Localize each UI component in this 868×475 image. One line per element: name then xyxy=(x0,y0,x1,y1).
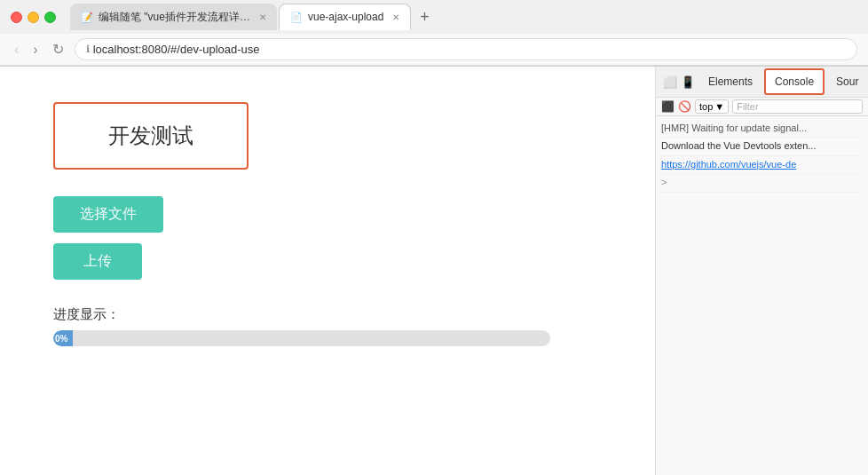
execution-context-dropdown[interactable]: top ▼ xyxy=(695,99,729,114)
devtools-panel: ⬜ 📱 Elements Console Sour ⬛ 🚫 top ▼ Filt… xyxy=(655,67,868,475)
title-bar: 📝 编辑随笔 "vue插件开发流程详… ✕ 📄 vue-ajax-upload … xyxy=(0,0,868,34)
fullscreen-button[interactable] xyxy=(44,12,56,23)
console-arrow-icon[interactable]: > xyxy=(661,177,667,187)
address-bar: ‹ › ↻ ℹ localhost:8080/#/dev-upload-use xyxy=(0,34,868,66)
devtools-toolbar: ⬛ 🚫 top ▼ Filter xyxy=(656,98,868,116)
reload-button[interactable]: ↻ xyxy=(49,39,67,59)
dropdown-arrow-icon: ▼ xyxy=(714,101,724,112)
lock-icon: ℹ xyxy=(86,44,90,55)
select-file-button[interactable]: 选择文件 xyxy=(53,196,163,233)
tab-elements-label: Elements xyxy=(708,75,753,88)
devtools-console: [HMR] Waiting for update signal... Downl… xyxy=(656,116,868,475)
tab-label-upload: vue-ajax-upload xyxy=(308,11,383,23)
upload-button[interactable]: 上传 xyxy=(53,243,142,280)
devtools-tabs: ⬜ 📱 Elements Console Sour xyxy=(656,67,868,98)
progress-label: 进度显示： xyxy=(53,306,602,323)
tab-console-label: Console xyxy=(775,75,814,88)
console-filter-input[interactable]: Filter xyxy=(732,99,863,114)
webpage-content: 开发测试 选择文件 上传 进度显示： 0% xyxy=(0,67,655,475)
tabs-area: 📝 编辑随笔 "vue插件开发流程详… ✕ 📄 vue-ajax-upload … xyxy=(70,4,857,30)
tab-console[interactable]: Console xyxy=(764,68,825,95)
address-url: localhost:8080/#/dev-upload-use xyxy=(93,43,260,56)
devtools-inspect-icon[interactable]: ⬜ xyxy=(663,75,677,89)
progress-section: 进度显示： 0% xyxy=(53,306,602,346)
filter-placeholder: Filter xyxy=(737,101,758,112)
tab-elements[interactable]: Elements xyxy=(698,69,762,94)
devtools-device-icon[interactable]: 📱 xyxy=(681,75,695,89)
dev-test-label: 开发测试 xyxy=(108,123,193,147)
console-line-link: https://github.com/vuejs/vue-de xyxy=(661,156,863,174)
tab-sources-label: Sour xyxy=(836,75,858,88)
dev-test-box: 开发测试 xyxy=(53,102,249,170)
dropdown-label: top xyxy=(699,101,713,112)
console-line-arrow: > xyxy=(661,174,863,192)
back-button[interactable]: ‹ xyxy=(11,40,22,59)
tab-close-upload[interactable]: ✕ xyxy=(392,12,399,22)
new-tab-button[interactable]: + xyxy=(413,4,437,30)
console-hmr-text: [HMR] Waiting for update signal... xyxy=(661,123,807,133)
devtools-tab-icons: ⬜ 📱 xyxy=(659,72,698,92)
tab-sources-partial[interactable]: Sour xyxy=(826,69,868,94)
browser-chrome: 📝 编辑随笔 "vue插件开发流程详… ✕ 📄 vue-ajax-upload … xyxy=(0,0,868,67)
console-block-icon[interactable]: 🚫 xyxy=(678,100,691,113)
tab-label-editor: 编辑随笔 "vue插件开发流程详… xyxy=(99,10,250,25)
tab-favicon-upload: 📄 xyxy=(290,12,303,23)
console-line-devtools: Download the Vue Devtools exten... xyxy=(661,138,863,155)
progress-bar-fill: 0% xyxy=(53,330,73,346)
tab-editor[interactable]: 📝 编辑随笔 "vue插件开发流程详… ✕ xyxy=(70,4,277,30)
tab-close-editor[interactable]: ✕ xyxy=(259,12,266,22)
progress-bar-container: 0% xyxy=(53,330,550,346)
forward-button[interactable]: › xyxy=(29,40,41,59)
console-line-hmr: [HMR] Waiting for update signal... xyxy=(661,120,863,138)
console-devtools-text: Download the Vue Devtools exten... xyxy=(661,140,816,151)
console-link-text[interactable]: https://github.com/vuejs/vue-de xyxy=(661,159,796,170)
minimize-button[interactable] xyxy=(28,12,39,23)
close-button[interactable] xyxy=(11,12,22,23)
progress-text: 0% xyxy=(55,334,67,344)
tab-favicon-editor: 📝 xyxy=(81,12,93,23)
main-layout: 开发测试 选择文件 上传 进度显示： 0% ⬜ 📱 Elements xyxy=(0,67,868,475)
console-clear-icon[interactable]: ⬛ xyxy=(661,100,675,113)
traffic-lights xyxy=(11,12,56,23)
tab-vue-ajax-upload[interactable]: 📄 vue-ajax-upload ✕ xyxy=(279,4,411,30)
address-input[interactable]: ℹ localhost:8080/#/dev-upload-use xyxy=(75,38,857,60)
